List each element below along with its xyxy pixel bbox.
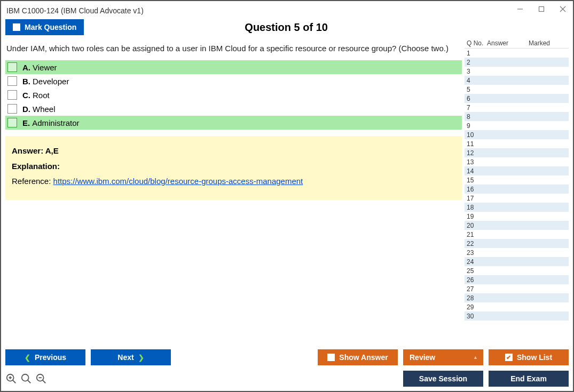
- list-item[interactable]: 24: [465, 257, 569, 266]
- option-checkbox[interactable]: [7, 76, 17, 86]
- title-bar: IBM C1000-124 (IBM Cloud Advocate v1): [5, 5, 569, 19]
- list-item[interactable]: 3: [465, 67, 569, 76]
- option-checkbox[interactable]: [7, 62, 17, 72]
- list-item[interactable]: 25: [465, 266, 569, 275]
- question-prompt: Under IAM, which two roles can be assign…: [5, 38, 462, 60]
- list-item[interactable]: 4: [465, 76, 569, 85]
- answer-panel: Answer: A,E Explanation: Reference: http…: [5, 136, 462, 200]
- list-item[interactable]: 8: [465, 112, 569, 121]
- zoom-reset-icon[interactable]: [5, 373, 17, 385]
- list-item[interactable]: 16: [465, 185, 569, 194]
- option-letter: C.: [22, 91, 30, 100]
- question-list[interactable]: 1234567891011121314151617181920212223242…: [465, 49, 569, 345]
- maximize-icon[interactable]: [537, 4, 546, 14]
- reference-link[interactable]: https://www.ibm.com/cloud/blog/resource-…: [53, 177, 303, 186]
- review-button[interactable]: Review ▲: [403, 349, 483, 365]
- list-item[interactable]: 23: [465, 248, 569, 257]
- reference-prefix: Reference:: [12, 177, 53, 186]
- option-text: Developer: [33, 77, 69, 86]
- list-item[interactable]: 14: [465, 166, 569, 175]
- show-answer-label: Show Answer: [339, 353, 388, 362]
- option-checkbox[interactable]: [7, 90, 17, 100]
- option-row[interactable]: C. Root: [5, 88, 462, 102]
- list-item[interactable]: 30: [465, 311, 569, 321]
- list-item[interactable]: 26: [465, 275, 569, 284]
- list-item[interactable]: 10: [465, 130, 569, 139]
- option-text: Root: [33, 91, 50, 100]
- review-label: Review: [410, 353, 435, 362]
- zoom-in-icon[interactable]: [20, 373, 32, 385]
- svg-line-9: [28, 380, 31, 383]
- show-list-checkbox-icon: ✔: [505, 354, 513, 361]
- mark-question-button[interactable]: Mark Question: [5, 19, 84, 35]
- question-list-panel: Q No. Answer Marked 12345678910111213141…: [464, 38, 569, 345]
- list-item[interactable]: 27: [465, 284, 569, 293]
- previous-label: Previous: [35, 353, 66, 362]
- save-session-label: Save Session: [419, 374, 467, 383]
- list-item[interactable]: 5: [465, 85, 569, 94]
- option-letter: D.: [22, 105, 30, 114]
- svg-line-11: [43, 380, 46, 383]
- save-session-button[interactable]: Save Session: [403, 371, 483, 387]
- list-item[interactable]: 20: [465, 221, 569, 230]
- col-answer: Answer: [487, 39, 529, 47]
- list-item[interactable]: 21: [465, 230, 569, 239]
- list-item[interactable]: 11: [465, 139, 569, 148]
- list-item[interactable]: 9: [465, 121, 569, 130]
- close-icon[interactable]: [558, 4, 568, 14]
- explanation-label: Explanation:: [12, 162, 60, 171]
- option-letter: E.: [22, 118, 30, 127]
- option-row[interactable]: A. Viewer: [5, 60, 462, 74]
- mark-question-checkbox-icon: [13, 23, 20, 31]
- option-text: Wheel: [33, 105, 56, 114]
- option-checkbox[interactable]: [7, 104, 17, 114]
- window-title: IBM C1000-124 (IBM Cloud Advocate v1): [6, 6, 568, 15]
- svg-point-8: [22, 374, 29, 381]
- svg-rect-1: [539, 7, 544, 12]
- option-checkbox[interactable]: [7, 118, 17, 127]
- next-button[interactable]: Next ❯: [91, 349, 171, 365]
- app-window: IBM C1000-124 (IBM Cloud Advocate v1) Ma…: [0, 0, 574, 392]
- svg-line-5: [13, 380, 16, 383]
- show-answer-checkbox-icon: [327, 354, 335, 361]
- list-item[interactable]: 12: [465, 148, 569, 157]
- end-exam-button[interactable]: End Exam: [489, 371, 569, 387]
- show-answer-button[interactable]: Show Answer: [318, 349, 398, 365]
- option-row[interactable]: B. Developer: [5, 74, 462, 88]
- chevron-right-icon: ❯: [138, 354, 144, 362]
- option-letter: A.: [22, 63, 30, 72]
- col-qno: Q No.: [465, 39, 487, 47]
- show-list-button[interactable]: ✔ Show List: [489, 349, 569, 365]
- option-row[interactable]: D. Wheel: [5, 102, 462, 116]
- answer-label: Answer: A,E: [12, 146, 59, 155]
- list-item[interactable]: 18: [465, 203, 569, 212]
- next-label: Next: [117, 353, 133, 362]
- list-item[interactable]: 13: [465, 157, 569, 166]
- options-list: A. ViewerB. DeveloperC. RootD. WheelE. A…: [5, 60, 462, 130]
- list-item[interactable]: 7: [465, 103, 569, 112]
- list-item[interactable]: 17: [465, 194, 569, 203]
- list-item[interactable]: 6: [465, 94, 569, 103]
- option-letter: B.: [22, 77, 30, 86]
- list-item[interactable]: 29: [465, 302, 569, 311]
- end-exam-label: End Exam: [510, 374, 547, 383]
- question-counter: Question 5 of 10: [84, 21, 489, 34]
- mark-question-label: Mark Question: [25, 23, 76, 31]
- option-row[interactable]: E. Administrator: [5, 116, 462, 130]
- list-item[interactable]: 15: [465, 175, 569, 185]
- option-text: Viewer: [33, 63, 57, 72]
- option-text: Administrator: [32, 118, 79, 127]
- zoom-out-icon[interactable]: [35, 373, 47, 385]
- list-item[interactable]: 19: [465, 212, 569, 221]
- list-item[interactable]: 28: [465, 293, 569, 302]
- chevron-left-icon: ❮: [25, 354, 30, 362]
- list-item[interactable]: 1: [465, 49, 569, 58]
- previous-button[interactable]: ❮ Previous: [5, 349, 85, 365]
- list-item[interactable]: 22: [465, 239, 569, 248]
- dropdown-triangle-icon: ▲: [473, 355, 478, 360]
- minimize-icon[interactable]: [515, 4, 525, 14]
- list-item[interactable]: 2: [465, 58, 569, 67]
- show-list-label: Show List: [517, 353, 552, 362]
- col-marked: Marked: [529, 39, 569, 47]
